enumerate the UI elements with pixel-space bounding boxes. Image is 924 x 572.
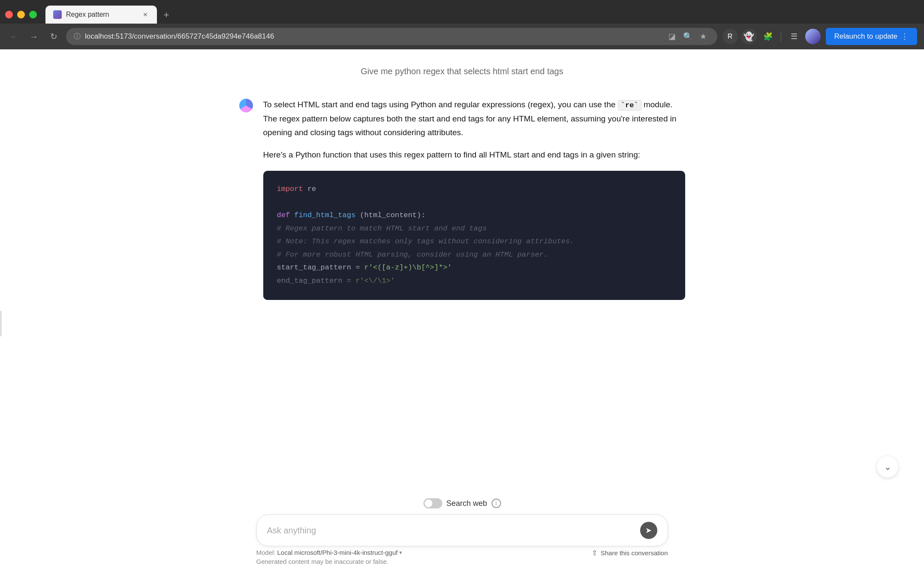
address-bar-input[interactable]: ⓘ localhost:5173/conversation/665727c45d… xyxy=(66,28,717,45)
search-web-info-icon[interactable]: i xyxy=(491,499,501,508)
tab-title: Regex pattern xyxy=(66,11,137,18)
relaunch-label: Relaunch to update xyxy=(834,32,897,41)
code-line-1: import re xyxy=(277,183,671,196)
sidebar-toggle-button[interactable]: ☰ xyxy=(786,29,802,44)
tab-bar: Regex pattern ✕ + xyxy=(0,0,924,24)
assistant-paragraph-2: Here's a Python function that uses this … xyxy=(263,148,685,162)
tab-close-button[interactable]: ✕ xyxy=(141,11,149,18)
maximize-button[interactable] xyxy=(29,11,37,18)
active-tab[interactable]: Regex pattern ✕ xyxy=(45,6,157,24)
code-block: import re def find_html_tags (html_conte… xyxy=(263,171,685,300)
tab-favicon xyxy=(53,10,62,19)
extension-ghost-button[interactable]: 👻 xyxy=(741,29,757,44)
scroll-down-button[interactable]: ⌄ xyxy=(877,456,898,478)
reload-button[interactable]: ↻ xyxy=(46,29,61,44)
address-bar: ← → ↻ ⓘ localhost:5173/conversation/6657… xyxy=(0,24,924,49)
search-icon[interactable]: 🔍 xyxy=(681,30,694,43)
lock-icon: ⓘ xyxy=(74,32,81,41)
assistant-content: To select HTML start and end tags using … xyxy=(263,98,685,300)
url-text: localhost:5173/conversation/665727c45da9… xyxy=(85,32,662,41)
browser-extensions: R 👻 🧩 ☰ xyxy=(722,29,821,44)
relaunch-button[interactable]: Relaunch to update ⋮ xyxy=(826,28,917,45)
code-line-2 xyxy=(277,196,671,209)
page-footer: Model: Local microsoft/Phi-3-mini-4k-ins… xyxy=(256,544,668,572)
chat-input-placeholder[interactable]: Ask anything xyxy=(267,526,635,536)
relaunch-menu-icon: ⋮ xyxy=(901,32,909,41)
extension-puzzle-button[interactable]: 🧩 xyxy=(760,29,776,44)
code-line-6: # For more robust HTML parsing, consider… xyxy=(277,248,671,262)
user-avatar[interactable] xyxy=(805,29,821,44)
model-prefix-label: Model: xyxy=(256,549,276,556)
code-fade-overlay xyxy=(263,266,685,300)
chat-input-area: Ask anything ➤ xyxy=(256,514,668,546)
footer-left: Model: Local microsoft/Phi-3-mini-4k-ins… xyxy=(256,549,403,565)
divider xyxy=(781,31,781,42)
back-button[interactable]: ← xyxy=(7,29,21,44)
search-web-bar: Search web i xyxy=(416,495,508,512)
browser-chrome: Regex pattern ✕ + ← → ↻ ⓘ localhost:5173… xyxy=(0,0,924,49)
scroll-indicator xyxy=(0,311,2,336)
model-name-label: Local microsoft/Phi-3-mini-4k-instruct-g… xyxy=(277,549,398,556)
model-chevron-icon: ▾ xyxy=(399,549,402,556)
search-web-label: Search web xyxy=(446,499,487,508)
forward-button[interactable]: → xyxy=(27,29,41,44)
inline-code: `re` xyxy=(618,100,641,111)
assistant-paragraph-1: To select HTML start and end tags using … xyxy=(263,98,685,139)
bookmark-icon[interactable]: ★ xyxy=(697,30,710,43)
close-button[interactable] xyxy=(5,11,13,18)
screen-cast-icon[interactable]: ◪ xyxy=(666,30,679,43)
send-button[interactable]: ➤ xyxy=(640,522,657,539)
assistant-avatar xyxy=(239,99,253,112)
code-line-4: # Regex pattern to match HTML start and … xyxy=(277,222,671,236)
minimize-button[interactable] xyxy=(17,11,25,18)
extension-r-button[interactable]: R xyxy=(722,29,738,44)
code-line-5: # Note: This regex matches only tags wit… xyxy=(277,235,671,248)
code-line-3: def find_html_tags (html_content): xyxy=(277,209,671,222)
model-selector[interactable]: Model: Local microsoft/Phi-3-mini-4k-ins… xyxy=(256,549,403,556)
window-controls xyxy=(5,11,44,24)
share-icon: ⇧ xyxy=(592,549,597,557)
conversation-area: Give me python regex that selects html s… xyxy=(0,49,924,572)
footer-warning-text: Generated content may be inaccurate or f… xyxy=(256,558,403,565)
address-actions: ◪ 🔍 ★ xyxy=(666,30,710,43)
share-label: Share this conversation xyxy=(601,549,668,557)
page-content: Give me python regex that selects html s… xyxy=(0,49,924,572)
search-web-toggle[interactable] xyxy=(423,498,442,508)
assistant-message: To select HTML start and end tags using … xyxy=(205,98,719,300)
user-message: Give me python regex that selects html s… xyxy=(361,67,563,76)
new-tab-button[interactable]: + xyxy=(159,7,174,23)
share-conversation-button[interactable]: ⇧ Share this conversation xyxy=(592,549,668,557)
